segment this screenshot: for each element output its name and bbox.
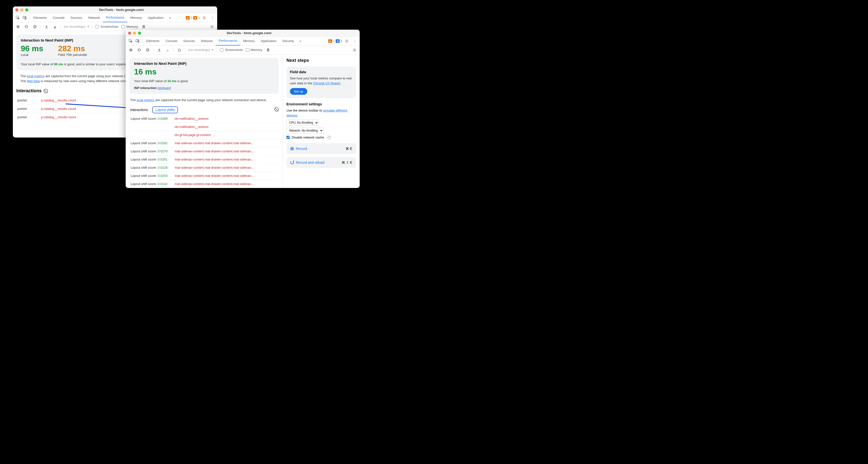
cpu-throttle-select[interactable]: CPU: No throttling (286, 120, 319, 126)
table-row[interactable]: Layout shift score: 0.0269div.notificati… (130, 115, 279, 123)
titlebar: DevTools - fonts.google.com/ (126, 30, 360, 37)
tab-application[interactable]: Application (258, 37, 280, 45)
screenshots-checkbox[interactable]: Screenshots (95, 25, 118, 28)
table-row[interactable]: Layout shift score: 0.0282mat-sidenav-co… (130, 139, 279, 147)
tab-network[interactable]: Network (85, 13, 103, 22)
svg-rect-1 (23, 16, 26, 18)
clear-interactions-icon[interactable] (43, 89, 48, 93)
tab-application[interactable]: Application (145, 13, 167, 22)
perf-toolbar: (no recordings)▼ Screenshots Memory (126, 45, 360, 54)
more-tabs-icon[interactable]: » (297, 38, 304, 44)
record-icon[interactable] (16, 24, 21, 29)
env-heading: Environment settings (286, 102, 356, 106)
tab-memory[interactable]: Memory (240, 37, 258, 45)
tab-console[interactable]: Console (162, 37, 180, 45)
recordings-dropdown[interactable]: (no recordings)▼ (64, 25, 89, 28)
download-icon[interactable] (52, 24, 58, 29)
field-data-link[interactable]: field data (27, 79, 40, 83)
messages-badge[interactable]: ■1 (336, 39, 342, 43)
upload-icon[interactable] (44, 24, 49, 29)
record-reload-label: Record and reload (296, 160, 324, 164)
inspect-icon[interactable] (127, 38, 134, 44)
tab-elements[interactable]: Elements (30, 13, 50, 22)
panel-settings-icon[interactable] (352, 47, 357, 53)
clear-icon[interactable] (32, 24, 38, 29)
svg-point-5 (18, 26, 19, 27)
settings-icon[interactable] (201, 14, 208, 21)
close-icon[interactable] (128, 32, 131, 35)
crux-link[interactable]: Chrome UX Report (313, 81, 340, 85)
reload-icon[interactable] (24, 24, 29, 29)
panel-settings-icon[interactable] (209, 24, 215, 29)
screenshots-checkbox[interactable]: Screenshots (220, 48, 243, 52)
warnings-badge[interactable]: ▲1 (328, 39, 335, 43)
issues-badge[interactable]: ■1 (193, 16, 200, 20)
download-icon[interactable] (165, 47, 170, 53)
memory-checkbox[interactable]: Memory (246, 48, 262, 52)
setup-button[interactable]: Set up (290, 88, 307, 95)
svg-rect-19 (267, 49, 269, 51)
device-toolbar-icon[interactable] (134, 38, 141, 44)
next-steps-panel: Next steps Field data See how your local… (283, 54, 360, 188)
maximize-icon[interactable] (138, 32, 141, 35)
tab-performance[interactable]: Performance (216, 37, 240, 45)
window-controls (128, 32, 141, 35)
table-row[interactable]: Layout shift score: 0.0228mat-sidenav-co… (130, 164, 279, 172)
window-title: DevTools - fonts.google.com/ (141, 31, 357, 35)
field-data-heading: Field data (290, 70, 353, 74)
table-row[interactable]: div.notification__actions (130, 123, 279, 131)
table-row[interactable]: Layout shift score: 0.0203mat-sidenav-co… (130, 172, 279, 180)
tab-sources[interactable]: Sources (180, 37, 198, 45)
local-metrics-link[interactable]: local metrics (136, 98, 154, 102)
memory-checkbox[interactable]: Memory (121, 25, 138, 28)
inp-card: Interaction to Next Paint (INP) 16 ms Yo… (130, 58, 279, 94)
table-row[interactable]: Layout shift score: 0.0142mat-sidenav-co… (130, 180, 279, 188)
tab-sources[interactable]: Sources (67, 13, 85, 22)
inp-interaction-link[interactable]: keyboard (158, 86, 171, 90)
layout-shifts-table: Layout shift score: 0.0269div.notificati… (130, 115, 279, 188)
network-throttle-select[interactable]: Network: No throttling (286, 128, 323, 133)
tab-performance[interactable]: Performance (103, 13, 127, 22)
upload-icon[interactable] (157, 47, 162, 53)
minimize-icon[interactable] (20, 8, 23, 11)
local-metrics-link[interactable]: local metrics (27, 74, 44, 78)
settings-icon[interactable] (343, 38, 350, 44)
tab-console[interactable]: Console (50, 13, 67, 22)
close-icon[interactable] (16, 8, 18, 11)
gc-icon[interactable] (141, 24, 147, 29)
table-row[interactable]: Layout shift score: 0.0251mat-sidenav-co… (130, 156, 279, 164)
record-icon[interactable] (128, 47, 133, 53)
clear-icon[interactable] (145, 47, 150, 53)
maximize-icon[interactable] (25, 8, 28, 11)
tab-security[interactable]: Security (279, 37, 297, 45)
warnings-badge[interactable]: ▲2 (186, 16, 192, 20)
record-reload-shortcut: ⌘ ⇧ E (342, 160, 352, 164)
gc-icon[interactable] (266, 47, 271, 53)
recordings-dropdown[interactable]: (no recordings)▼ (188, 48, 214, 52)
tab-network[interactable]: Network (198, 37, 216, 45)
tab-memory[interactable]: Memory (127, 13, 145, 22)
minimize-icon[interactable] (133, 32, 136, 35)
disable-cache-checkbox[interactable] (286, 136, 290, 139)
device-toolbar-icon[interactable] (21, 14, 28, 21)
table-row[interactable]: div.gf-full-page.gf-content (130, 131, 279, 139)
metrics-explain: The local metrics are captured from the … (130, 97, 279, 104)
titlebar: DevTools - fonts.google.com/ (13, 6, 217, 13)
record-reload-row[interactable]: Record and reload ⌘ ⇧ E (286, 157, 356, 168)
subtab-layout-shifts[interactable]: Layout shifts (152, 106, 178, 113)
svg-point-14 (346, 40, 347, 41)
more-icon[interactable]: ⋮ (209, 14, 216, 21)
inspect-icon[interactable] (14, 14, 21, 21)
table-row[interactable]: Layout shift score: 0.0270mat-sidenav-co… (130, 147, 279, 156)
window-title: DevTools - fonts.google.com/ (28, 8, 215, 11)
record-label: Record (296, 147, 307, 151)
clear-layoutshifts-icon[interactable] (274, 107, 279, 112)
more-icon[interactable]: ⋮ (351, 38, 358, 44)
home-icon[interactable] (177, 47, 182, 53)
record-row[interactable]: Record ⌘ E (286, 143, 356, 154)
tab-elements[interactable]: Elements (143, 37, 162, 45)
subtab-interactions[interactable]: Interactions (130, 107, 148, 113)
more-tabs-icon[interactable]: » (166, 14, 174, 21)
help-icon[interactable]: ? (328, 136, 331, 139)
reload-icon[interactable] (136, 47, 142, 53)
